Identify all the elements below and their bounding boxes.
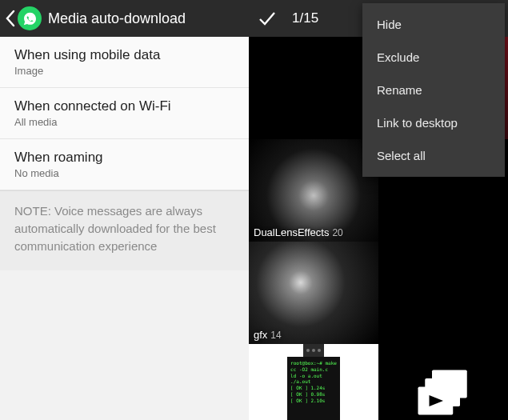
- album-screenshots[interactable]: root@box:~# make cc -O2 main.c ld -o a.o…: [249, 344, 378, 420]
- setting-title: When using mobile data: [14, 47, 234, 63]
- album-count: 14: [270, 330, 281, 341]
- album-blank[interactable]: [249, 37, 378, 139]
- setting-wifi[interactable]: When connected on Wi-Fi All media: [0, 88, 249, 139]
- menu-item-select-all[interactable]: Select all: [362, 139, 505, 172]
- album-duallens[interactable]: DualLensEffects20: [249, 139, 378, 242]
- menu-item-exclude[interactable]: Exclude: [362, 41, 505, 74]
- whatsapp-logo-icon: [18, 6, 42, 30]
- play-stack-icon: [378, 344, 508, 420]
- setting-subtitle: All media: [14, 116, 234, 128]
- menu-item-link-desktop[interactable]: Link to desktop: [362, 106, 505, 139]
- settings-note: NOTE: Voice messages are always automati…: [0, 190, 249, 270]
- gallery-pane: RADIO ROMAN DualLensEffects20 gfx14 root: [249, 0, 508, 420]
- setting-title: When roaming: [14, 150, 234, 166]
- album-count: 20: [332, 227, 342, 238]
- menu-item-hide[interactable]: Hide: [362, 8, 505, 41]
- done-icon[interactable]: [257, 8, 278, 29]
- setting-mobile-data[interactable]: When using mobile data Image: [0, 37, 249, 88]
- album-gfx[interactable]: gfx14: [249, 242, 378, 344]
- whatsapp-settings-pane: Media auto-download When using mobile da…: [0, 0, 249, 420]
- settings-list: When using mobile data Image When connec…: [0, 37, 249, 190]
- album-blank[interactable]: [378, 242, 508, 344]
- page-title: Media auto-download: [48, 10, 186, 27]
- setting-subtitle: No media: [14, 167, 234, 179]
- whatsapp-header: Media auto-download: [0, 0, 249, 37]
- album-name: DualLensEffects: [254, 226, 329, 238]
- setting-title: When connected on Wi-Fi: [14, 98, 234, 114]
- context-menu: Hide Exclude Rename Link to desktop Sele…: [362, 3, 505, 177]
- selection-counter: 1/15: [292, 10, 318, 26]
- album-name: gfx: [254, 329, 267, 341]
- setting-subtitle: Image: [14, 65, 234, 77]
- setting-roaming[interactable]: When roaming No media: [0, 139, 249, 190]
- album-texture[interactable]: texture1: [378, 344, 508, 420]
- menu-item-rename[interactable]: Rename: [362, 74, 505, 106]
- back-icon[interactable]: [5, 10, 16, 27]
